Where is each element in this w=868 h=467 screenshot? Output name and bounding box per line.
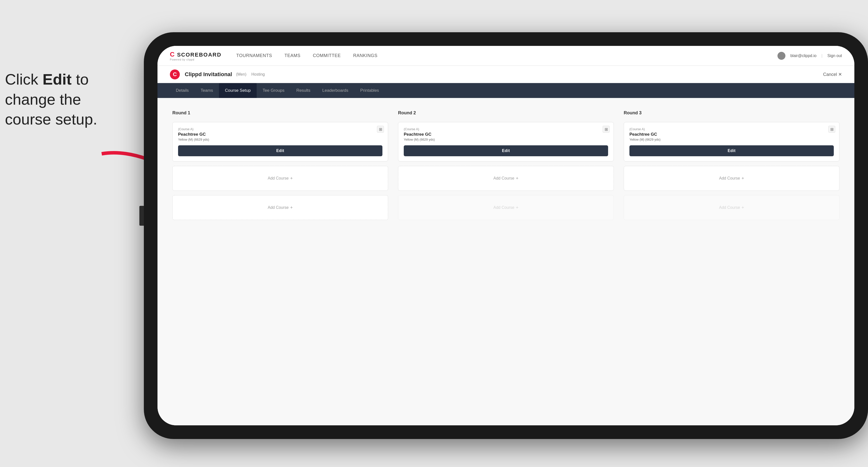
round-3-course-tee: Yellow (M) (6629 yds) <box>629 138 834 142</box>
tab-printables[interactable]: Printables <box>354 83 385 98</box>
round-2-course-card: (Course A) Peachtree GC Yellow (M) (6629… <box>398 122 614 161</box>
nav-committee[interactable]: COMMITTEE <box>313 53 341 58</box>
round-3-edit-button[interactable]: Edit <box>629 145 834 156</box>
instruction-bold: Edit <box>43 71 72 88</box>
round-2-header: Round 2 <box>398 111 614 116</box>
tab-bar: Details Teams Course Setup Tee Groups Re… <box>157 83 855 98</box>
round-2-add-course-1-plus: + <box>516 176 519 181</box>
top-navigation: C SCOREBOARD Powered by clippd TOURNAMEN… <box>157 46 855 66</box>
round-1-course-tee: Yellow (M) (6629 yds) <box>178 138 382 142</box>
brand-title: C SCOREBOARD <box>170 51 221 58</box>
round-2-course-name: Peachtree GC <box>404 132 608 137</box>
round-2-delete-button[interactable]: ⊞ <box>602 126 610 133</box>
user-avatar <box>777 52 785 60</box>
round-1-course-name: Peachtree GC <box>178 132 382 137</box>
tournament-gender: (Men) <box>236 72 247 76</box>
tablet-side-button <box>140 206 144 226</box>
round-1-add-course-1[interactable]: Add Course + <box>173 166 388 191</box>
nav-tournaments[interactable]: TOURNAMENTS <box>236 53 272 58</box>
round-3-add-course-2-plus: + <box>742 205 744 210</box>
tab-details[interactable]: Details <box>170 83 195 98</box>
round-3-course-name: Peachtree GC <box>629 132 834 137</box>
round-1-add-course-2-plus: + <box>290 205 293 210</box>
instruction-text: Click Edit tochange thecourse setup. <box>5 69 97 129</box>
tournament-logo: C <box>170 69 180 80</box>
round-3-add-course-2: Add Course + <box>624 195 839 220</box>
round-3-header: Round 3 <box>624 111 839 116</box>
nav-rankings[interactable]: RANKINGS <box>353 53 377 58</box>
tournament-name: Clippd Invitational <box>185 71 232 77</box>
tournament-bar: C Clippd Invitational (Men) Hosting Canc… <box>157 66 855 83</box>
rounds-grid: Round 1 (Course A) Peachtree GC Yellow (… <box>173 111 839 220</box>
round-2-course-label: (Course A) <box>404 127 608 131</box>
round-2-add-course-1-label: Add Course <box>493 176 514 181</box>
tab-teams[interactable]: Teams <box>195 83 219 98</box>
tournament-hosting: Hosting <box>251 72 265 76</box>
main-content: Round 1 (Course A) Peachtree GC Yellow (… <box>157 98 855 425</box>
round-2-column: Round 2 (Course A) Peachtree GC Yellow (… <box>398 111 614 220</box>
tab-leaderboards[interactable]: Leaderboards <box>316 83 354 98</box>
round-3-delete-button[interactable]: ⊞ <box>828 126 835 133</box>
tab-tee-groups[interactable]: Tee Groups <box>257 83 290 98</box>
round-3-add-course-1-label: Add Course <box>719 176 740 181</box>
round-1-course-card: (Course A) Peachtree GC Yellow (M) (6629… <box>173 122 388 161</box>
round-2-add-course-2: Add Course + <box>398 195 614 220</box>
user-email: blair@clippd.io <box>790 54 816 58</box>
round-2-add-course-1[interactable]: Add Course + <box>398 166 614 191</box>
brand-name: SCOREBOARD <box>177 52 221 58</box>
round-1-add-course-2-label: Add Course <box>268 205 289 210</box>
round-3-add-course-1[interactable]: Add Course + <box>624 166 839 191</box>
round-1-header: Round 1 <box>173 111 388 116</box>
round-1-add-course-1-label: Add Course <box>268 176 289 181</box>
brand-logo: C SCOREBOARD Powered by clippd <box>170 51 221 61</box>
tab-course-setup[interactable]: Course Setup <box>219 83 257 98</box>
round-2-add-course-2-plus: + <box>516 205 519 210</box>
app-content: C SCOREBOARD Powered by clippd TOURNAMEN… <box>157 46 855 425</box>
nav-right: blair@clippd.io | Sign out <box>777 52 842 60</box>
round-1-edit-button[interactable]: Edit <box>178 145 382 156</box>
cancel-button[interactable]: Cancel ✕ <box>823 72 842 77</box>
round-3-course-card: (Course A) Peachtree GC Yellow (M) (6629… <box>624 122 839 161</box>
round-1-add-course-1-plus: + <box>290 176 293 181</box>
round-1-add-course-2[interactable]: Add Course + <box>173 195 388 220</box>
tablet-device: C SCOREBOARD Powered by clippd TOURNAMEN… <box>144 32 868 439</box>
round-2-course-tee: Yellow (M) (6629 yds) <box>404 138 608 142</box>
tablet-screen: C SCOREBOARD Powered by clippd TOURNAMEN… <box>157 46 855 425</box>
nav-links: TOURNAMENTS TEAMS COMMITTEE RANKINGS <box>236 53 777 58</box>
separator: | <box>822 54 823 58</box>
round-3-add-course-1-plus: + <box>742 176 744 181</box>
tab-results[interactable]: Results <box>290 83 316 98</box>
round-3-course-label: (Course A) <box>629 127 834 131</box>
brand-c-icon: C <box>170 51 175 58</box>
round-1-course-label: (Course A) <box>178 127 382 131</box>
round-1-delete-button[interactable]: ⊞ <box>377 126 384 133</box>
sign-out-link[interactable]: Sign out <box>827 54 842 58</box>
round-2-add-course-2-label: Add Course <box>493 205 514 210</box>
brand-subtitle: Powered by clippd <box>170 58 221 61</box>
round-2-edit-button[interactable]: Edit <box>404 145 608 156</box>
round-3-add-course-2-label: Add Course <box>719 205 740 210</box>
round-1-column: Round 1 (Course A) Peachtree GC Yellow (… <box>173 111 388 220</box>
nav-teams[interactable]: TEAMS <box>284 53 301 58</box>
round-3-column: Round 3 (Course A) Peachtree GC Yellow (… <box>624 111 839 220</box>
